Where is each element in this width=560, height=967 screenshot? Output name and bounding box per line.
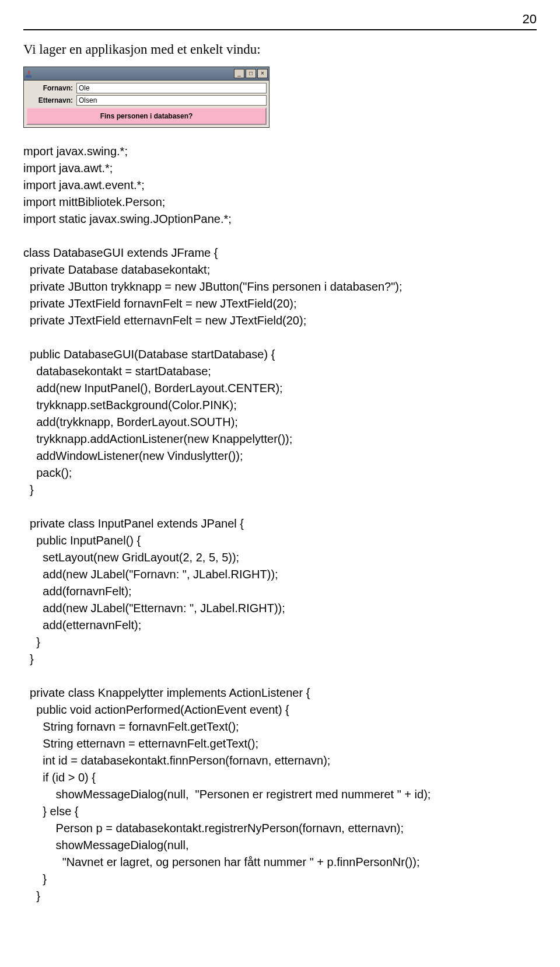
page: 20 Vi lager en applikasjon med et enkelt…	[0, 0, 560, 967]
horizontal-rule	[23, 29, 537, 30]
input-fornavn[interactable]	[76, 83, 267, 93]
intro-text: Vi lager en applikasjon med et enkelt vi…	[23, 42, 537, 57]
form-row-etternavn: Etternavn:	[26, 95, 267, 106]
maximize-button[interactable]: □	[246, 69, 256, 78]
form-area: Fornavn: Etternavn: Fins personen i data…	[24, 81, 269, 127]
form-row-fornavn: Fornavn:	[26, 83, 267, 93]
titlebar-left	[25, 69, 33, 78]
java-cup-icon	[25, 69, 33, 78]
code-block: mport javax.swing.*; import java.awt.*; …	[23, 143, 537, 905]
window-titlebar: _ □ ×	[24, 67, 269, 81]
search-person-button[interactable]: Fins personen i databasen?	[26, 107, 267, 125]
page-number: 20	[23, 12, 537, 27]
label-fornavn: Fornavn:	[26, 84, 76, 92]
label-etternavn: Etternavn:	[26, 96, 76, 104]
minimize-button[interactable]: _	[234, 69, 244, 78]
swing-window: _ □ × Fornavn: Etternavn: Fins personen …	[23, 67, 270, 128]
input-etternavn[interactable]	[76, 95, 267, 106]
close-button[interactable]: ×	[257, 69, 268, 78]
window-controls: _ □ ×	[234, 69, 268, 78]
